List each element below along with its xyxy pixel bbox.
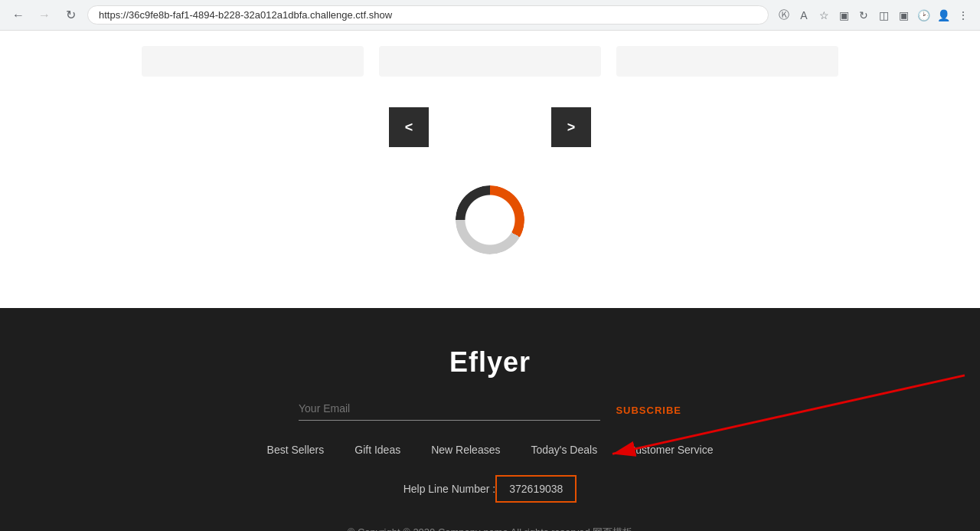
history-icon[interactable]: 🕑	[916, 8, 931, 23]
refresh-icon[interactable]: ↻	[856, 8, 871, 23]
email-input-wrap	[299, 402, 600, 421]
email-input[interactable]	[299, 402, 600, 415]
footer: Eflyer SUBSCRIBE Best Sellers Gift Ideas…	[0, 308, 980, 531]
sidebar-icon[interactable]: ◫	[876, 8, 891, 23]
chevron-right-icon: >	[567, 120, 576, 136]
copyright-text: © Copyright © 2020.Company name All righ…	[15, 526, 965, 531]
forward-button[interactable]: →	[35, 6, 54, 25]
product-card-1	[142, 46, 364, 77]
footer-nav-best-sellers[interactable]: Best Sellers	[267, 444, 325, 456]
footer-nav-customer-service[interactable]: Customer Service	[628, 444, 713, 456]
extension-icon[interactable]: ▣	[836, 8, 851, 23]
browser-chrome: ← → ↻ https://36c9fe8b-faf1-4894-b228-32…	[0, 0, 980, 31]
url-text: https://36c9fe8b-faf1-4894-b228-32a012a1…	[99, 9, 392, 21]
profile-icon[interactable]: 👤	[936, 8, 951, 23]
reload-button[interactable]: ↻	[61, 6, 80, 25]
back-button[interactable]: ←	[9, 6, 28, 25]
tabs-icon[interactable]: ▣	[896, 8, 911, 23]
carousel-nav: < >	[389, 107, 591, 147]
footer-navigation: Best Sellers Gift Ideas New Releases Tod…	[15, 444, 965, 456]
bookmark-icon[interactable]: ☆	[816, 8, 831, 23]
product-card-2	[379, 46, 601, 77]
footer-nav-todays-deals[interactable]: Today's Deals	[531, 444, 597, 456]
loading-spinner	[456, 185, 524, 254]
product-cards-row	[0, 46, 980, 77]
page-top-section: < >	[0, 31, 980, 308]
product-card-3	[616, 46, 838, 77]
chevron-left-icon: <	[405, 120, 413, 136]
font-icon[interactable]: A	[796, 8, 812, 23]
loading-spinner-container	[456, 170, 524, 285]
footer-nav-new-releases[interactable]: New Releases	[431, 444, 500, 456]
address-bar[interactable]: https://36c9fe8b-faf1-4894-b228-32a012a1…	[87, 5, 769, 25]
translate-icon[interactable]: Ⓚ	[776, 8, 792, 23]
footer-logo: Eflyer	[15, 346, 965, 379]
menu-icon[interactable]: ⋮	[956, 8, 971, 23]
carousel-next-button[interactable]: >	[551, 107, 591, 147]
subscribe-button[interactable]: SUBSCRIBE	[600, 405, 681, 421]
carousel-prev-button[interactable]: <	[389, 107, 429, 147]
browser-actions: Ⓚ A ☆ ▣ ↻ ◫ ▣ 🕑 👤 ⋮	[776, 8, 971, 23]
helpline-label: Help Line Number :	[403, 483, 496, 495]
helpline-number: 372619038	[495, 475, 577, 503]
footer-nav-gift-ideas[interactable]: Gift Ideas	[354, 444, 400, 456]
helpline-section: Help Line Number : 372619038	[15, 475, 965, 503]
email-subscribe-form: SUBSCRIBE	[299, 402, 681, 421]
